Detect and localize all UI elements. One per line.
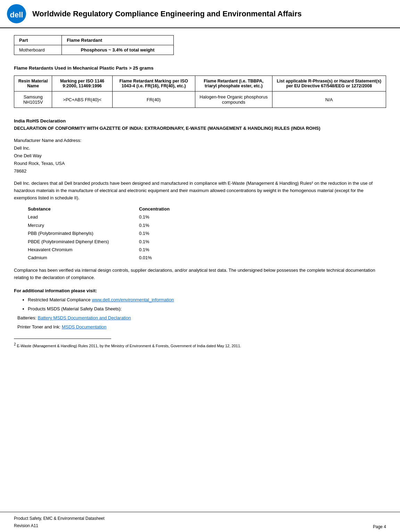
main-content: Part Flame Retardant Motherboard Phospho… (0, 35, 400, 376)
flame-col-header: Flame Retardant (62, 35, 174, 45)
substance-table: Substance Concentration Lead 0.1% Mercur… (28, 206, 386, 262)
footnote-divider (14, 339, 111, 339)
bullet-list: Restricted Material Compliance www.dell.… (28, 295, 386, 313)
substance-row: Mercury 0.1% (28, 221, 386, 229)
col-marking-iso: Marking per ISO 1146 9:2000, 11469:1996 (52, 76, 112, 92)
additional-info: For additional information please visit:… (14, 288, 386, 332)
substance-col-header: Substance (28, 206, 139, 212)
footer-line1: Product Safety, EMC & Environmental Data… (14, 515, 105, 522)
rohs-declaration: DECLARATION OF CONFORMITY WITH GAZETTE O… (14, 125, 386, 132)
conc-cadmium: 0.01% (139, 254, 209, 262)
page-footer: Product Safety, EMC & Environmental Data… (0, 512, 400, 532)
conc-mercury: 0.1% (139, 221, 209, 229)
rohs-title: India RoHS Declaration (14, 118, 386, 124)
compliance-text: Compliance has been verified via interna… (14, 267, 386, 281)
concentration-col-header: Concentration (139, 206, 209, 212)
resin-name: Samsung NH1015V (14, 92, 52, 108)
flame-table-row: Samsung NH1015V >PC+ABS FR(40)< FR(40) H… (14, 92, 386, 108)
batteries-link[interactable]: Battery MSDS Documentation and Declarati… (38, 315, 131, 320)
batteries-label: Batteries: (17, 315, 38, 320)
additional-info-label: For additional information please visit: (14, 288, 386, 293)
page-header: dell Worldwide Regulatory Compliance Eng… (0, 0, 400, 28)
printer-label: Printer Toner and Ink: (17, 324, 62, 329)
restricted-material-link[interactable]: www.dell.com/environmental_information (92, 297, 174, 302)
footnote: 2 E-Waste (Management & Handling) Rules … (14, 342, 386, 349)
substance-lead: Lead (28, 213, 139, 221)
manufacturer-line2: One Dell Way (14, 153, 42, 158)
footer-page: Page 4 (373, 524, 386, 529)
rohs-section: India RoHS Declaration DECLARATION OF CO… (14, 118, 386, 349)
part-flame-table: Part Flame Retardant Motherboard Phospho… (14, 35, 174, 55)
manufacturer-label: Manufacturer Name and Address: (14, 138, 81, 143)
printer-line: Printer Toner and Ink: MSDS Documentatio… (17, 323, 386, 332)
footer-left: Product Safety, EMC & Environmental Data… (14, 515, 105, 529)
col-resin: Resin Material Name (14, 76, 52, 92)
substance-chromium: Hexavalent Chromium (28, 246, 139, 254)
rphrases-val: N/A (272, 92, 386, 108)
conc-chromium: 0.1% (139, 246, 209, 254)
substance-pbde: PBDE (Polybrominated Diphenyl Ethers) (28, 238, 139, 246)
part-name: Motherboard (14, 45, 62, 55)
flame-value: Phosphorus ~ 3.4% of total weight (62, 45, 174, 55)
table-row: Motherboard Phosphorus ~ 3.4% of total w… (14, 45, 174, 55)
col-rphrases: List applicable R-Phrase(s) or Hazard St… (272, 76, 386, 92)
footer-line2: Revision A11 (14, 522, 105, 529)
fr-marking: FR(40) (112, 92, 195, 108)
substance-row: Lead 0.1% (28, 213, 386, 221)
header-title: Worldwide Regulatory Compliance Engineer… (32, 9, 302, 18)
dell-logo: dell (7, 4, 26, 23)
substance-header: Substance Concentration (28, 206, 386, 212)
substance-row: PBB (Polybrominated Biphenyls) 0.1% (28, 229, 386, 237)
list-item: Restricted Material Compliance www.dell.… (28, 295, 386, 304)
footnote-body: E-Waste (Management & Handling) Rules 20… (16, 344, 241, 348)
printer-link[interactable]: MSDS Documentation (62, 324, 107, 329)
conc-lead: 0.1% (139, 213, 209, 221)
substance-row: PBDE (Polybrominated Diphenyl Ethers) 0.… (28, 238, 386, 246)
batteries-line: Batteries: Battery MSDS Documentation an… (17, 313, 386, 323)
part-col-header: Part (14, 35, 62, 45)
manufacturer-line3: Round Rock, Texas, USA (14, 161, 65, 166)
substance-row: Hexavalent Chromium 0.1% (28, 246, 386, 254)
substance-cadmium: Cadmium (28, 254, 139, 262)
flame-retardants-table: Resin Material Name Marking per ISO 1146… (14, 76, 386, 108)
restricted-material-text: Restricted Material Compliance (28, 297, 92, 302)
list-item: Products MSDS (Material Safety Data Shee… (28, 304, 386, 313)
fr-compound: Halogen-free Organic phosphorus compound… (195, 92, 272, 108)
col-fr-ie: Flame Retardant (i.e. TBBPA, triaryl pho… (195, 76, 272, 92)
conc-pbde: 0.1% (139, 238, 209, 246)
msds-text: Products MSDS (Material Safety Data Shee… (28, 306, 122, 311)
conc-pbb: 0.1% (139, 229, 209, 237)
flame-section-heading: Flame Retardants Used in Mechanical Plas… (14, 65, 386, 71)
substance-pbb: PBB (Polybrominated Biphenyls) (28, 229, 139, 237)
manufacturer-info: Manufacturer Name and Address: Dell Inc.… (14, 137, 386, 175)
substance-row: Cadmium 0.01% (28, 254, 386, 262)
manufacturer-line4: 78682 (14, 168, 26, 174)
svg-text:dell: dell (10, 10, 23, 19)
declaration-text: Dell Inc. declares that all Dell branded… (14, 180, 386, 201)
marking-iso: >PC+ABS FR(40)< (52, 92, 112, 108)
col-fr-marking: Flame Retardant Marking per ISO 1043-4 (… (112, 76, 195, 92)
substance-mercury: Mercury (28, 221, 139, 229)
manufacturer-line1: Dell Inc. (14, 145, 30, 151)
